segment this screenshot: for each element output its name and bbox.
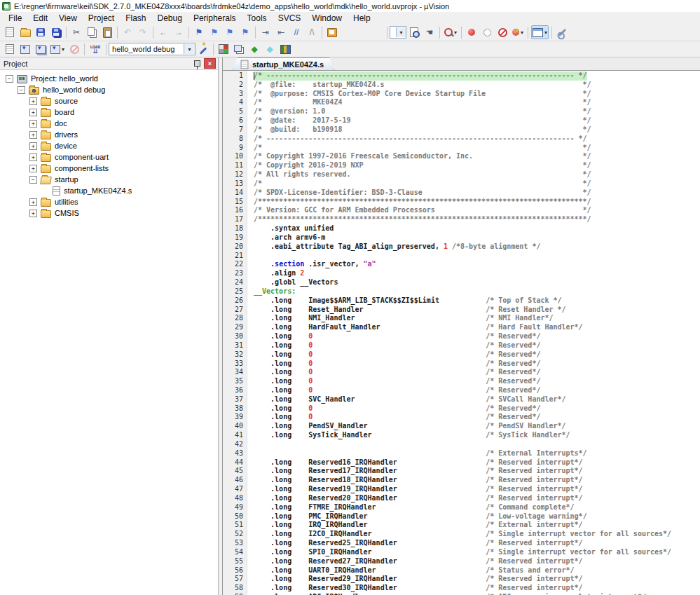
- line-number[interactable]: 9: [223, 144, 247, 153]
- bookmark-margin[interactable]: [247, 512, 254, 521]
- line-number[interactable]: 14: [223, 189, 247, 198]
- code-line[interactable]: 57 .long Reserved29_IRQHandler /* Reserv…: [223, 575, 700, 584]
- line-number[interactable]: 34: [223, 368, 247, 377]
- bookmark-margin[interactable]: [247, 395, 254, 404]
- expander-plus-icon[interactable]: +: [29, 120, 37, 128]
- code-text[interactable]: /* */: [254, 179, 591, 189]
- bookmark-margin[interactable]: [247, 566, 254, 575]
- tree-item-device[interactable]: +device: [0, 140, 218, 151]
- bookmark-margin[interactable]: [247, 557, 254, 566]
- dropdown-arrow-icon[interactable]: ▾: [544, 29, 547, 36]
- bookmark-margin[interactable]: [247, 521, 254, 530]
- pin-icon[interactable]: [192, 59, 203, 68]
- build-icon[interactable]: [18, 42, 32, 56]
- bookmark-margin[interactable]: [247, 107, 254, 116]
- breakpoint-clear-all-icon[interactable]: ▾: [511, 25, 525, 39]
- paste-icon[interactable]: [100, 25, 114, 39]
- expander-minus-icon[interactable]: −: [29, 176, 37, 184]
- line-number[interactable]: 44: [223, 458, 247, 467]
- line-number[interactable]: 35: [223, 377, 247, 386]
- code-line[interactable]: 29 .long HardFault_Handler /* Hard Fault…: [223, 323, 700, 332]
- bookmark-margin[interactable]: [247, 252, 254, 261]
- bookmark-margin[interactable]: [247, 278, 254, 287]
- code-text[interactable]: /* @date: 2017-5-19 */: [254, 116, 591, 125]
- breakpoint-insert-icon[interactable]: [465, 25, 479, 39]
- bookmark-margin[interactable]: [247, 81, 254, 90]
- code-text[interactable]: .long SVC_Handler /* SVCall Handler*/: [254, 395, 566, 404]
- menu-item-tools[interactable]: Tools: [242, 13, 273, 24]
- bookmark-margin[interactable]: [247, 449, 254, 458]
- expander-plus-icon[interactable]: +: [29, 97, 37, 105]
- line-number[interactable]: 51: [223, 521, 247, 530]
- code-line[interactable]: 51 .long IRQ_IRQHandler /* External inte…: [223, 521, 700, 530]
- line-number[interactable]: 47: [223, 485, 247, 494]
- tree-item-startup-mke04z4-s[interactable]: startup_MKE04Z4.s: [0, 185, 218, 196]
- expander-plus-icon[interactable]: +: [29, 153, 37, 161]
- bookmark-margin[interactable]: [247, 314, 254, 323]
- code-line[interactable]: 6/* @date: 2017-5-19 */: [223, 116, 700, 125]
- bookmark-margin[interactable]: [247, 125, 254, 135]
- tree-item-board[interactable]: +board: [0, 107, 218, 118]
- code-text[interactable]: /* SPDX-License-Identifier: BSD-3-Clause…: [254, 189, 591, 198]
- code-line[interactable]: 11/* Copyright 2016-2019 NXP */: [223, 161, 700, 170]
- code-text[interactable]: .long SysTick_Handler /* SysTick Handler…: [254, 431, 570, 440]
- line-number[interactable]: 56: [223, 566, 247, 575]
- line-number[interactable]: 50: [223, 512, 247, 521]
- code-line[interactable]: 54 .long SPI0_IRQHandler /* Single inter…: [223, 548, 700, 557]
- line-number[interactable]: 8: [223, 135, 247, 144]
- batch-build-icon[interactable]: ▾: [49, 42, 66, 56]
- bookmark-margin[interactable]: [247, 377, 254, 386]
- line-number[interactable]: 21: [223, 252, 247, 261]
- bookmark-margin[interactable]: [247, 179, 254, 189]
- code-line[interactable]: 53 .long Reserved25_IRQHandler /* Reserv…: [223, 539, 700, 548]
- code-text[interactable]: .long Image$$ARM_LIB_STACK$$ZI$$Limit /*…: [254, 296, 562, 306]
- bookmark-margin[interactable]: [247, 323, 254, 332]
- bookmark-margin[interactable]: [247, 476, 254, 485]
- bookmark-margin[interactable]: [247, 494, 254, 503]
- code-line[interactable]: 3/* @purpose: CMSIS Cortex-M0P Core Devi…: [223, 90, 700, 99]
- code-line[interactable]: 2/* @file: startup_MKE04Z4.s */: [223, 81, 700, 90]
- code-line[interactable]: 27 .long Reset_Handler /* Reset Handler …: [223, 306, 700, 315]
- expander-minus-icon[interactable]: −: [18, 86, 25, 94]
- code-line[interactable]: 38 .long 0 /* Reserved*/: [223, 404, 700, 413]
- code-text[interactable]: .long HardFault_Handler /* Hard Fault Ha…: [254, 323, 583, 332]
- code-line[interactable]: 49 .long FTMRE_IRQHandler /* Command com…: [223, 503, 700, 512]
- code-line[interactable]: 47 .long Reserved19_IRQHandler /* Reserv…: [223, 485, 700, 494]
- code-line[interactable]: 13/* */: [223, 179, 700, 189]
- code-text[interactable]: /* Version: GCC for ARM Embedded Process…: [254, 206, 591, 215]
- bookmark-margin[interactable]: [247, 198, 254, 207]
- code-line[interactable]: 25__Vectors:: [223, 287, 700, 296]
- dropdown-arrow-icon[interactable]: ▾: [521, 29, 523, 36]
- code-line[interactable]: 18 .syntax unified: [223, 224, 700, 233]
- code-text[interactable]: .long 0 /* Reserved*/: [254, 404, 540, 413]
- line-number[interactable]: 20: [223, 242, 247, 252]
- code-line[interactable]: 33 .long 0 /* Reserved*/: [223, 360, 700, 369]
- code-text[interactable]: .eabi_attribute Tag_ABI_align_preserved,…: [254, 242, 540, 252]
- editor-tab-startup[interactable]: startup_MKE04Z4.s: [233, 57, 334, 70]
- line-number[interactable]: 42: [223, 440, 247, 449]
- line-number[interactable]: 3: [223, 90, 247, 99]
- bookmark-margin[interactable]: [247, 458, 254, 467]
- line-number[interactable]: 41: [223, 431, 247, 440]
- code-line[interactable]: 24 .globl __Vectors: [223, 278, 700, 287]
- menu-item-debug[interactable]: Debug: [152, 13, 188, 24]
- code-text[interactable]: .long 0 /* Reserved*/: [254, 341, 540, 350]
- code-line[interactable]: 34 .long 0 /* Reserved*/: [223, 368, 700, 377]
- line-number[interactable]: 33: [223, 360, 247, 369]
- dropdown-arrow-icon[interactable]: ▾: [454, 29, 457, 36]
- breakpoint-enable-icon[interactable]: [480, 25, 494, 39]
- code-text[interactable]: __Vectors:: [254, 287, 296, 296]
- code-line[interactable]: 42: [223, 440, 700, 449]
- code-text[interactable]: /* @build: b190918 */: [254, 125, 591, 135]
- code-text[interactable]: /* @version: 1.0 */: [254, 107, 591, 116]
- line-number[interactable]: 45: [223, 467, 247, 476]
- code-line[interactable]: 22 .section .isr_vector, "a": [223, 260, 700, 269]
- code-line[interactable]: 8/* ------------------------------------…: [223, 135, 700, 144]
- undo-icon[interactable]: ↶: [121, 25, 135, 39]
- line-number[interactable]: 32: [223, 350, 247, 360]
- line-number[interactable]: 13: [223, 179, 247, 189]
- code-text[interactable]: .long Reserved18_IRQHandler /* Reserved …: [254, 476, 583, 485]
- code-line[interactable]: 37 .long SVC_Handler /* SVCall Handler*/: [223, 395, 700, 404]
- code-line[interactable]: 48 .long Reserved20_IRQHandler /* Reserv…: [223, 494, 700, 503]
- tree-item-cmsis[interactable]: +CMSIS: [0, 207, 218, 219]
